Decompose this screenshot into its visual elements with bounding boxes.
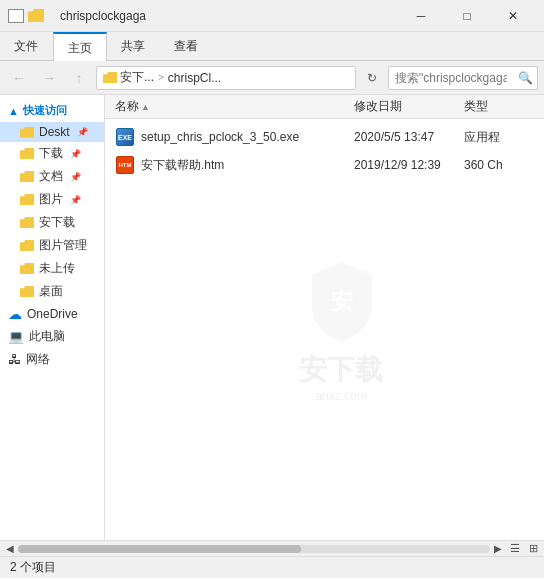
tab-home[interactable]: 主页 [53, 32, 107, 61]
sidebar-item-onedrive-label: OneDrive [27, 307, 78, 321]
col-date-header[interactable]: 修改日期 [354, 98, 464, 115]
sidebar-item-onedrive[interactable]: ☁ OneDrive [0, 303, 104, 325]
sidebar-item-network-label: 网络 [26, 351, 50, 368]
system-icon [8, 8, 24, 24]
file-type-1: 360 Ch [464, 158, 534, 172]
watermark-text-main: 安下载 [299, 351, 383, 389]
path-part-1-label: 安下... [120, 69, 154, 86]
sort-arrow: ▲ [141, 102, 150, 112]
col-name-label: 名称 [115, 98, 139, 115]
table-row[interactable]: EXE setup_chris_pclock_3_50.exe 2020/5/5… [105, 123, 544, 151]
sidebar-folder-icon-download [20, 148, 34, 159]
sidebar-pin-download: 📌 [70, 149, 81, 159]
file-icon-htm: HTM [115, 155, 135, 175]
minimize-button[interactable]: ─ [398, 0, 444, 32]
search-input[interactable] [389, 71, 513, 85]
sidebar-item-anxz-label: 安下载 [39, 214, 75, 231]
sidebar-item-pics[interactable]: 图片 📌 [0, 188, 104, 211]
col-name-header[interactable]: 名称 ▲ [115, 97, 354, 116]
sidebar-item-desktop-label: 桌面 [39, 283, 63, 300]
titlebar-left-icons [8, 8, 48, 24]
ribbon-tabs: 文件 主页 共享 查看 [0, 32, 544, 60]
sidebar-item-network[interactable]: 🖧 网络 [0, 348, 104, 371]
tab-file[interactable]: 文件 [0, 32, 53, 60]
sidebar-folder-icon-docs [20, 171, 34, 182]
sidebar-quick-access-header[interactable]: ▲ 快速访问 [0, 99, 104, 122]
status-item-count: 2 个项目 [10, 559, 56, 576]
sidebar-item-download[interactable]: 下载 📌 [0, 142, 104, 165]
hscroll-track[interactable] [18, 545, 490, 553]
scroll-right-button[interactable]: ▶ [490, 541, 506, 557]
svg-text:安: 安 [328, 289, 352, 314]
sidebar-item-desktop[interactable]: 桌面 [0, 280, 104, 303]
view-buttons: ☰ ⊞ [506, 541, 542, 557]
watermark-shield-svg: 安 [301, 257, 381, 347]
file-name-1: 安下载帮助.htm [141, 157, 354, 174]
col-date-label: 修改日期 [354, 98, 402, 115]
sidebar-item-docs[interactable]: 文档 📌 [0, 165, 104, 188]
content-area: 名称 ▲ 修改日期 类型 安 安下载 anxz.com [105, 95, 544, 540]
network-icon: 🖧 [8, 352, 21, 367]
maximize-button[interactable]: □ [444, 0, 490, 32]
tab-share[interactable]: 共享 [107, 32, 160, 60]
search-box[interactable]: 🔍 [388, 66, 538, 90]
sidebar-item-picmgr-label: 图片管理 [39, 237, 87, 254]
column-headers: 名称 ▲ 修改日期 类型 [105, 95, 544, 119]
back-button[interactable]: ← [6, 66, 32, 90]
sidebar-item-deskt[interactable]: Deskt 📌 [0, 122, 104, 142]
sidebar-item-deskt-label: Deskt [39, 125, 70, 139]
sidebar-folder-icon-desktop [20, 286, 34, 297]
sidebar-item-picmgr[interactable]: 图片管理 [0, 234, 104, 257]
horizontal-scrollbar: ◀ ▶ ☰ ⊞ [0, 540, 544, 556]
sidebar-pin-docs: 📌 [70, 172, 81, 182]
col-type-label: 类型 [464, 99, 488, 113]
sidebar-folder-icon-anxz [20, 217, 34, 228]
titlebar: chrispclockgaga ─ □ ✕ [0, 0, 544, 32]
exe-icon: EXE [116, 128, 134, 146]
sidebar-quick-access-arrow: ▲ [8, 105, 19, 117]
file-list: 安 安下载 anxz.com EXE setup_chris_pclock_3_… [105, 119, 544, 540]
window-controls: ─ □ ✕ [398, 0, 536, 32]
path-folder-icon [103, 72, 117, 83]
window-title: chrispclockgaga [60, 9, 398, 23]
sidebar-folder-icon-deskt [20, 127, 34, 138]
file-type-0: 应用程 [464, 129, 534, 146]
file-name-0: setup_chris_pclock_3_50.exe [141, 130, 354, 144]
sidebar-item-computer[interactable]: 💻 此电脑 [0, 325, 104, 348]
file-date-1: 2019/12/9 12:39 [354, 158, 464, 172]
address-path[interactable]: 安下... > chrispCl... [96, 66, 356, 90]
watermark-text-sub: anxz.com [316, 389, 367, 403]
sidebar-item-notuploaded-label: 未上传 [39, 260, 75, 277]
view-details-button[interactable]: ☰ [506, 541, 524, 557]
sidebar-pin-pics: 📌 [70, 195, 81, 205]
addressbar: ← → ↑ 安下... > chrispCl... ↻ 🔍 [0, 61, 544, 95]
col-type-header[interactable]: 类型 [464, 98, 534, 115]
sidebar-item-pics-label: 图片 [39, 191, 63, 208]
refresh-button[interactable]: ↻ [360, 66, 384, 90]
file-date-0: 2020/5/5 13:47 [354, 130, 464, 144]
ribbon: 文件 主页 共享 查看 [0, 32, 544, 61]
forward-button[interactable]: → [36, 66, 62, 90]
sidebar-item-notuploaded[interactable]: 未上传 [0, 257, 104, 280]
sidebar-item-anxz[interactable]: 安下载 [0, 211, 104, 234]
hscroll-thumb[interactable] [18, 545, 301, 553]
sidebar-item-download-label: 下载 [39, 145, 63, 162]
up-button[interactable]: ↑ [66, 66, 92, 90]
statusbar: 2 个项目 [0, 556, 544, 578]
sidebar-folder-icon-pics [20, 194, 34, 205]
cloud-icon: ☁ [8, 306, 22, 322]
path-arrow-1: > [158, 72, 164, 83]
sidebar-folder-icon-notuploaded [20, 263, 34, 274]
scroll-left-button[interactable]: ◀ [2, 541, 18, 557]
view-icons-button[interactable]: ⊞ [524, 541, 542, 557]
search-icon[interactable]: 🔍 [513, 66, 537, 90]
computer-icon: 💻 [8, 329, 24, 344]
close-button[interactable]: ✕ [490, 0, 536, 32]
sidebar-item-computer-label: 此电脑 [29, 328, 65, 345]
file-icon-exe: EXE [115, 127, 135, 147]
saveas-icon [8, 9, 24, 23]
table-row[interactable]: HTM 安下载帮助.htm 2019/12/9 12:39 360 Ch [105, 151, 544, 179]
htm-icon: HTM [116, 156, 134, 174]
tab-view[interactable]: 查看 [160, 32, 213, 60]
sidebar-pin-deskt: 📌 [77, 127, 88, 137]
